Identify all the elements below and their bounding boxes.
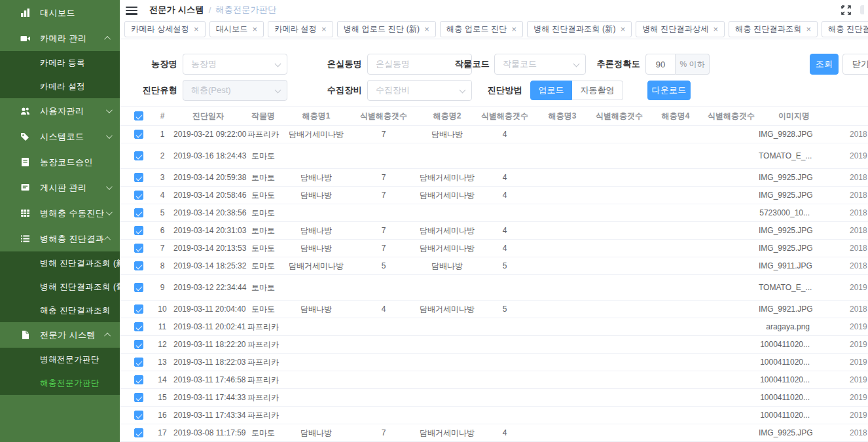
row-checkbox[interactable] — [134, 358, 143, 367]
tab[interactable]: 병해 업로드 진단 (新)× — [337, 21, 436, 37]
table-row[interactable]: 32019-03-14 20:59:38토마토담배나방7담배거세미나방4IMG_… — [120, 169, 868, 187]
clipped-toolbar-icon[interactable] — [860, 5, 864, 14]
tab-close-icon[interactable]: × — [512, 25, 517, 33]
sidebar-subitem[interactable]: 해충 진단결과조회 — [0, 299, 120, 322]
row-checkbox[interactable] — [134, 226, 143, 235]
row-checkbox[interactable] — [134, 173, 143, 182]
table-row[interactable]: 12019-03-21 09:22:00파프리카담배거세미나방7담배나방4IMG… — [120, 126, 868, 143]
farm-name-select[interactable]: 농장명 — [183, 54, 287, 75]
column-header[interactable]: 해충명4 — [647, 111, 704, 122]
column-header[interactable]: 이미지명 — [759, 111, 814, 122]
table-row[interactable]: 82019-03-14 18:25:32토마토담배거세미나방5담배나방5IMG_… — [120, 257, 868, 275]
table-cell: 13 — [151, 358, 173, 367]
row-checkbox[interactable] — [134, 208, 143, 217]
diagnosis-result-icon — [20, 234, 30, 244]
column-header[interactable]: 작물명 — [243, 111, 283, 122]
row-checkbox[interactable] — [134, 191, 143, 200]
column-header[interactable]: # — [151, 111, 173, 120]
table-cell: 토마토 — [243, 428, 283, 439]
table-row[interactable]: 42019-03-14 20:58:46토마토담배나방7담배거세미나방4IMG_… — [120, 187, 868, 204]
row-checkbox[interactable] — [134, 428, 143, 437]
table-row[interactable]: 162019-03-11 17:43:34파프리카1000411020...20… — [120, 407, 868, 424]
row-checkbox[interactable] — [134, 411, 143, 420]
tab[interactable]: 대시보드× — [209, 21, 264, 37]
column-header[interactable]: 식별해충갯수 — [349, 111, 418, 122]
table-row[interactable]: 52019-03-14 20:38:56토마토5723000_10...2018 — [120, 204, 868, 222]
table-row[interactable]: 172019-03-08 11:17:59토마토담배나방7담배거세미나방4IMG… — [120, 424, 868, 442]
table-row[interactable]: 132019-03-11 18:22:03파프리카1000411020...20… — [120, 354, 868, 371]
sidebar-item[interactable]: 병해충 수동진단 — [0, 200, 120, 226]
tab[interactable]: 해충 업로드 진단× — [440, 21, 523, 37]
row-checkbox[interactable] — [134, 375, 143, 384]
hamburger-menu-icon[interactable] — [126, 7, 137, 15]
table-row[interactable]: 142019-03-11 17:46:58파프리카1000411020...20… — [120, 371, 868, 389]
tab[interactable]: 해충 진단결과상세× — [822, 21, 868, 37]
row-checkbox[interactable] — [134, 283, 143, 292]
tab-close-icon[interactable]: × — [424, 25, 429, 33]
table-row[interactable]: 22019-03-16 18:24:43토마토TOMATO_E_...2019 — [120, 143, 868, 169]
column-header[interactable]: 해충명2 — [418, 111, 476, 122]
tab-close-icon[interactable]: × — [621, 25, 626, 33]
column-header[interactable]: 식별해충갯수 — [704, 111, 759, 122]
table-cell: 토마토 — [243, 243, 283, 254]
tab[interactable]: 병해 진단결과상세× — [636, 21, 725, 37]
table-row[interactable]: 62019-03-14 20:31:03토마토담배나방7담배거세미나방4IMG_… — [120, 222, 868, 240]
row-checkbox[interactable] — [134, 244, 143, 253]
tab[interactable]: 병해 진단결과조회 (新)× — [527, 21, 632, 37]
table-row[interactable]: 102019-03-11 20:04:40토마토담배나방4담배거세미나방5IMG… — [120, 301, 868, 318]
sidebar-subitem[interactable]: 카메라 등록 — [0, 51, 120, 75]
table-row[interactable]: 92019-03-12 22:34:44토마토TOMATO_E_...2019 — [120, 275, 868, 301]
accuracy-input[interactable] — [645, 54, 676, 75]
sidebar-item[interactable]: 대시보드 — [0, 0, 120, 26]
row-checkbox[interactable] — [134, 322, 143, 331]
sidebar-item[interactable]: 시스템코드 — [0, 124, 120, 149]
sidebar-item[interactable]: 게시판 관리 — [0, 175, 120, 200]
sidebar-item[interactable]: 사용자관리 — [0, 98, 120, 124]
row-checkbox[interactable] — [134, 304, 143, 314]
sidebar-subitem[interactable]: 병해 진단결과조회 (新) — [0, 251, 120, 275]
sidebar-subitem[interactable]: 병해 진단결과조회 (舊) — [0, 275, 120, 299]
tab-close-icon[interactable]: × — [253, 25, 258, 33]
download-button[interactable]: 다운로드 — [647, 81, 691, 100]
tab-close-icon[interactable]: × — [714, 25, 719, 33]
upload-toggle-button[interactable]: 업로드 — [530, 81, 572, 100]
table-cell: 2019 — [814, 283, 868, 292]
select-all-checkbox[interactable] — [134, 111, 143, 120]
row-checkbox[interactable] — [134, 130, 143, 139]
fullscreen-icon[interactable] — [841, 5, 851, 15]
sidebar-item[interactable]: 전문가 시스템 — [0, 322, 120, 348]
row-checkbox[interactable] — [134, 261, 143, 270]
row-checkbox[interactable] — [134, 393, 143, 402]
tab[interactable]: 카메라 설정× — [268, 21, 333, 37]
tab-close-icon[interactable]: × — [321, 25, 327, 33]
table-row[interactable]: 122019-03-11 18:22:20파프리카1000411020...20… — [120, 336, 868, 354]
sidebar-item[interactable]: 농장코드승인 — [0, 149, 120, 175]
row-checkbox[interactable] — [134, 340, 143, 349]
table-cell: IMG_9925.JPG — [759, 244, 814, 253]
column-header[interactable]: 진단일자 — [173, 111, 243, 122]
row-checkbox-cell — [120, 411, 151, 420]
tab-close-icon[interactable]: × — [194, 25, 199, 33]
diagnosis-type-select[interactable]: 해충(Pest) — [183, 80, 287, 101]
sidebar-item[interactable]: 병해충 진단결과 — [0, 226, 120, 251]
auto-capture-toggle-button[interactable]: 자동촬영 — [572, 81, 623, 100]
column-header[interactable]: 해충명1 — [283, 111, 349, 122]
sidebar-subitem[interactable]: 병해전문가판단 — [0, 348, 120, 371]
table-row[interactable]: 152019-03-11 17:44:33파프리카1000411020...20… — [120, 389, 868, 407]
column-header[interactable]: 식별해충갯수 — [591, 111, 647, 122]
tab[interactable]: 해충 진단결과조회× — [729, 21, 818, 37]
table-row[interactable]: 112019-03-11 20:02:41파프리카aragaya.png2019 — [120, 318, 868, 336]
close-button[interactable]: 닫기 — [842, 54, 868, 75]
tab[interactable]: 카메라 상세설정× — [124, 21, 206, 37]
sidebar-subitem[interactable]: 카메라 설정 — [0, 75, 120, 98]
sidebar-item[interactable]: 카메라 관리 — [0, 26, 120, 51]
table-row[interactable]: 72019-03-14 20:13:53토마토담배나방7담배거세미나방4IMG_… — [120, 240, 868, 257]
sidebar-subitem[interactable]: 해충전문가판단 — [0, 371, 120, 395]
table-cell: 2019-03-11 18:22:03 — [173, 358, 243, 367]
table-header-row: #진단일자작물명해충명1식별해충갯수해충명2식별해충갯수해충명3식별해충갯수해충… — [120, 106, 868, 126]
column-header[interactable]: 식별해충갯수 — [476, 111, 533, 122]
row-checkbox[interactable] — [134, 151, 143, 160]
column-header[interactable]: 해충명3 — [533, 111, 591, 122]
tab-close-icon[interactable]: × — [806, 25, 812, 33]
search-button[interactable]: 조회 — [810, 54, 839, 75]
